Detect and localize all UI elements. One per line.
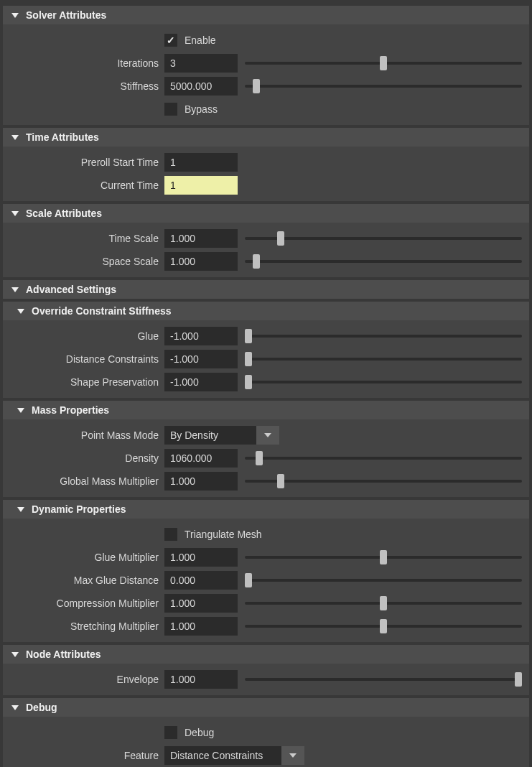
chevron-down-icon <box>289 753 297 758</box>
preroll-input[interactable] <box>164 153 238 172</box>
chevron-down-icon <box>11 652 19 657</box>
section-title: Time Attributes <box>26 131 99 143</box>
max-glue-distance-input[interactable] <box>164 571 238 590</box>
chevron-down-icon <box>11 135 19 140</box>
point-mass-mode-combo[interactable]: By Density <box>164 426 279 445</box>
section-title: Advanced Settings <box>26 284 116 295</box>
global-mass-multiplier-slider[interactable] <box>245 480 522 483</box>
section-title: Node Attributes <box>26 649 101 660</box>
max-glue-distance-slider[interactable] <box>245 579 522 582</box>
chevron-down-icon <box>264 433 271 437</box>
global-mass-multiplier-label: Global Mass Multiplier <box>3 475 164 487</box>
stiffness-label: Stiffness <box>3 80 164 92</box>
iterations-input[interactable] <box>164 54 238 73</box>
density-input[interactable] <box>164 449 238 468</box>
time-scale-label: Time Scale <box>3 233 164 244</box>
combo-text: Distance Constraints <box>164 750 277 761</box>
current-time-label: Current Time <box>3 180 164 191</box>
time-scale-input[interactable] <box>164 229 238 248</box>
distance-constraints-slider[interactable] <box>245 358 522 361</box>
glue-label: Glue <box>3 330 164 342</box>
iterations-slider[interactable] <box>245 62 522 65</box>
iterations-label: Iterations <box>3 57 164 69</box>
space-scale-input[interactable] <box>164 252 238 271</box>
stretching-multiplier-slider[interactable] <box>245 625 522 628</box>
glue-input[interactable] <box>164 327 238 345</box>
distance-constraints-label: Distance Constraints <box>3 353 164 365</box>
enable-checkbox[interactable] <box>164 34 177 47</box>
section-title: Scale Attributes <box>26 208 102 219</box>
chevron-down-icon <box>11 211 19 216</box>
shape-preservation-slider[interactable] <box>245 381 522 384</box>
feature-label: Feature <box>3 750 164 761</box>
space-scale-label: Space Scale <box>3 256 164 267</box>
compression-multiplier-label: Compression Multiplier <box>3 598 164 609</box>
compression-multiplier-input[interactable] <box>164 594 238 613</box>
shape-preservation-label: Shape Preservation <box>3 376 164 388</box>
stiffness-input[interactable] <box>164 77 238 96</box>
triangulate-mesh-checkbox[interactable] <box>164 528 177 541</box>
envelope-label: Envelope <box>3 674 164 685</box>
glue-multiplier-slider[interactable] <box>245 556 522 559</box>
compression-multiplier-slider[interactable] <box>245 602 522 605</box>
space-scale-slider[interactable] <box>245 260 522 263</box>
chevron-down-icon <box>11 287 19 292</box>
glue-multiplier-input[interactable] <box>164 548 238 567</box>
section-header-override[interactable]: Override Constraint Stiffness <box>3 302 529 320</box>
section-header-mass[interactable]: Mass Properties <box>3 401 529 419</box>
combo-text: By Density <box>164 429 252 441</box>
point-mass-mode-label: Point Mass Mode <box>3 429 164 441</box>
triangulate-mesh-label: Triangulate Mesh <box>185 529 262 540</box>
preroll-label: Preroll Start Time <box>3 157 164 168</box>
bypass-label: Bypass <box>185 103 218 115</box>
envelope-slider[interactable] <box>245 678 522 681</box>
bypass-checkbox[interactable] <box>164 103 177 116</box>
global-mass-multiplier-input[interactable] <box>164 472 238 491</box>
section-title: Dynamic Properties <box>32 503 126 515</box>
section-title: Mass Properties <box>32 404 109 416</box>
chevron-down-icon <box>11 13 19 18</box>
section-title: Debug <box>26 702 57 713</box>
section-header-advanced[interactable]: Advanced Settings <box>3 280 529 299</box>
envelope-input[interactable] <box>164 670 238 689</box>
chevron-down-icon <box>11 705 19 710</box>
stiffness-slider[interactable] <box>245 85 522 88</box>
distance-constraints-input[interactable] <box>164 350 238 368</box>
section-title: Override Constraint Stiffness <box>32 305 172 317</box>
debug-label: Debug <box>185 727 214 738</box>
max-glue-distance-label: Max Glue Distance <box>3 575 164 586</box>
chevron-down-icon <box>17 507 24 512</box>
section-header-node[interactable]: Node Attributes <box>3 645 529 664</box>
enable-label: Enable <box>185 34 216 46</box>
density-label: Density <box>3 452 164 464</box>
section-header-dynamic[interactable]: Dynamic Properties <box>3 500 529 519</box>
glue-multiplier-label: Glue Multiplier <box>3 552 164 563</box>
chevron-down-icon <box>17 408 24 413</box>
section-header-time[interactable]: Time Attributes <box>3 128 529 147</box>
current-time-input[interactable] <box>164 176 238 195</box>
section-title: Solver Attributes <box>26 9 106 21</box>
section-header-solver[interactable]: Solver Attributes <box>3 6 529 24</box>
chevron-down-icon <box>17 309 24 314</box>
feature-combo[interactable]: Distance Constraints <box>164 746 304 765</box>
glue-slider[interactable] <box>245 335 522 338</box>
stretching-multiplier-label: Stretching Multiplier <box>3 620 164 632</box>
shape-preservation-input[interactable] <box>164 373 238 391</box>
stretching-multiplier-input[interactable] <box>164 617 238 636</box>
section-header-scale[interactable]: Scale Attributes <box>3 204 529 223</box>
dropdown-button[interactable] <box>281 746 304 765</box>
density-slider[interactable] <box>245 457 522 460</box>
time-scale-slider[interactable] <box>245 237 522 240</box>
dropdown-button[interactable] <box>256 426 279 445</box>
section-header-debug[interactable]: Debug <box>3 698 529 717</box>
debug-checkbox[interactable] <box>164 726 177 739</box>
